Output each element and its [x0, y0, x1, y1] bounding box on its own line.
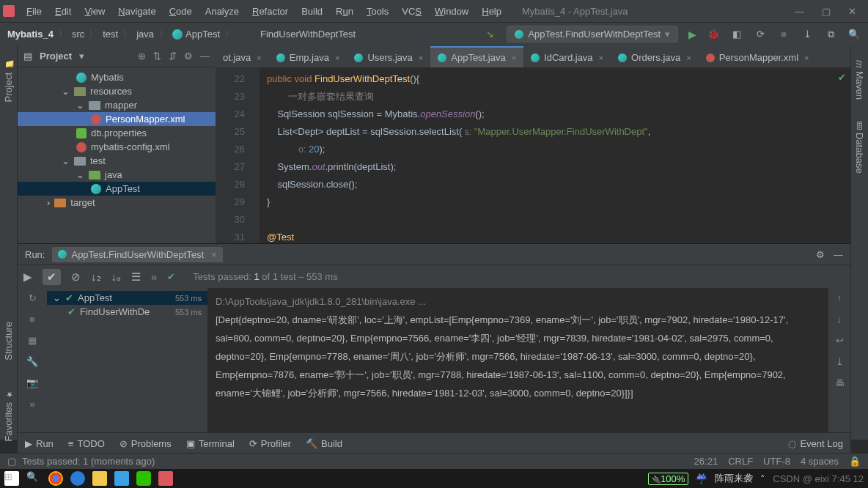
softwrap-icon[interactable]: ↩ — [836, 335, 844, 346]
tree-mapper[interactable]: ⌄mapper — [18, 98, 216, 112]
test-root[interactable]: ⌄✔AppTest553 ms — [47, 291, 207, 305]
tool-database[interactable]: 🗄 Database — [854, 122, 865, 174]
rerun-icon[interactable]: ↻ — [29, 292, 37, 303]
task-explorer-icon[interactable] — [92, 471, 107, 486]
crumb-root[interactable]: Mybatis_4 — [7, 29, 54, 40]
close-icon[interactable]: × — [686, 53, 691, 62]
test-leaf[interactable]: ✔FindUserWithDe553 ms — [47, 305, 207, 319]
debug-icon[interactable]: 🐞 — [707, 28, 720, 41]
print-icon[interactable]: 🖶 — [835, 377, 845, 388]
wrench-icon[interactable]: 🔧 — [26, 356, 38, 367]
tool-structure[interactable]: Structure — [3, 322, 14, 361]
tree-target[interactable]: ›target — [18, 196, 216, 210]
more-icon[interactable]: » — [151, 270, 157, 283]
bottom-profiler[interactable]: ⟳Profiler — [249, 438, 291, 449]
menu-window[interactable]: Window — [429, 3, 474, 20]
select-opened-icon[interactable]: ⊕ — [138, 51, 146, 62]
up-icon[interactable]: ↑ — [837, 292, 842, 303]
menu-view[interactable]: View — [78, 3, 111, 20]
maximize-button[interactable]: ▢ — [822, 6, 831, 17]
tree-mybatisconfig[interactable]: mybatis-config.xml — [18, 140, 216, 154]
tool-project[interactable]: Project📁 — [3, 60, 14, 102]
check-icon[interactable]: ✔ — [43, 269, 61, 285]
run-button[interactable]: ▶ — [688, 29, 696, 40]
status-icon[interactable]: ▢ — [7, 456, 16, 467]
status-indent[interactable]: 4 spaces — [801, 456, 839, 467]
expand-icon[interactable]: ⇅ — [153, 51, 161, 62]
profile-icon[interactable]: ⟳ — [754, 28, 767, 41]
rerun-icon[interactable]: ▶ — [23, 270, 32, 284]
menu-run[interactable]: Run — [330, 3, 359, 20]
menu-build[interactable]: Build — [295, 3, 328, 20]
menu-file[interactable]: File — [21, 3, 48, 20]
sort-icon[interactable]: ↓₂ — [91, 270, 101, 284]
menu-help[interactable]: Help — [476, 3, 507, 20]
minimize-button[interactable]: — — [795, 6, 804, 17]
task-intellij-icon[interactable] — [158, 471, 173, 486]
collapse-icon[interactable]: ⇵ — [169, 51, 177, 62]
task-store-icon[interactable] — [114, 471, 129, 486]
tool-favorites[interactable]: Favorites★ — [3, 390, 14, 441]
stop-icon[interactable]: ■ — [29, 314, 35, 325]
screen-icon[interactable]: ⧉ — [824, 28, 837, 41]
tree-dbprops[interactable]: db.properties — [18, 126, 216, 140]
bottom-eventlog[interactable]: ◌Event Log — [788, 438, 843, 449]
hide-icon[interactable]: — — [834, 249, 843, 260]
status-crlf[interactable]: CRLF — [728, 456, 753, 467]
scroll-icon[interactable]: ⤓ — [836, 356, 844, 367]
console-output[interactable]: D:\AppTools\java_jdk\jdk1.8.0_281\bin\ja… — [208, 288, 828, 432]
tree-resources[interactable]: ⌄resources — [18, 84, 216, 98]
tab-personmapper[interactable]: PersonMapper.xml× — [699, 46, 817, 67]
menu-tools[interactable]: Tools — [361, 3, 394, 20]
task-chrome-icon[interactable] — [48, 471, 63, 486]
more-icon[interactable]: » — [29, 399, 34, 410]
vcs-update-icon[interactable]: ⤓ — [801, 28, 814, 41]
stop-icon[interactable]: ■ — [777, 28, 790, 41]
tree-mybatis[interactable]: Mybatis — [18, 70, 216, 84]
crumb-test[interactable]: test — [103, 29, 118, 40]
lock-icon[interactable]: 🔒 — [849, 456, 861, 467]
code-content[interactable]: public void FindUserWithDeptTest(){ 一对多嵌… — [260, 67, 850, 243]
code-editor[interactable]: 22232425262728293031 public void FindUse… — [216, 67, 850, 243]
close-icon[interactable]: × — [257, 53, 261, 62]
skip-icon[interactable]: ⊘ — [71, 270, 81, 284]
battery-indicator[interactable]: 🔌100% — [648, 473, 688, 485]
close-icon[interactable]: × — [804, 53, 809, 62]
project-title[interactable]: Project — [40, 51, 72, 62]
tab-orders[interactable]: Orders.java× — [611, 46, 699, 67]
sort-alpha-icon[interactable]: ↓ₐ — [111, 270, 122, 284]
coverage-icon[interactable]: ◧ — [730, 28, 743, 41]
gear-icon[interactable]: ⚙ — [184, 51, 193, 62]
build-icon[interactable]: ↘ — [483, 28, 496, 41]
close-icon[interactable]: × — [335, 53, 339, 62]
camera-icon[interactable]: 📷 — [26, 377, 38, 388]
close-icon[interactable]: × — [211, 249, 217, 260]
layout-icon[interactable]: ▦ — [28, 335, 37, 346]
tray-chevron-icon[interactable]: ˄ — [760, 473, 765, 484]
bottom-run[interactable]: ▶Run — [25, 438, 54, 449]
gear-icon[interactable]: ⚙ — [816, 249, 825, 260]
search-icon[interactable]: 🔍 — [847, 28, 861, 41]
down-icon[interactable]: ↓ — [837, 314, 842, 325]
tree-java[interactable]: ⌄java — [18, 168, 216, 182]
menu-navigate[interactable]: Navigate — [112, 3, 161, 20]
task-wechat-icon[interactable] — [136, 471, 151, 486]
tree-test[interactable]: ⌄test — [18, 154, 216, 168]
crumb-java[interactable]: java — [136, 29, 154, 40]
tool-maven[interactable]: m Maven — [854, 60, 865, 100]
search-icon[interactable]: 🔍 — [26, 471, 41, 486]
bottom-todo[interactable]: ≡TODO — [68, 438, 105, 449]
run-config-dropdown[interactable]: AppTest.FindUserWithDeptTest ▾ — [507, 26, 678, 42]
tab-idcard[interactable]: IdCard.java× — [523, 46, 611, 67]
menu-vcs[interactable]: VCS — [396, 3, 427, 20]
task-edge-icon[interactable] — [70, 471, 85, 486]
windows-start-icon[interactable]: ⊞ — [4, 471, 19, 486]
dropdown-icon[interactable]: ▾ — [79, 51, 84, 62]
bottom-terminal[interactable]: ▣Terminal — [186, 438, 235, 449]
tab-ot[interactable]: ot.java× — [216, 46, 269, 67]
tree-apptest[interactable]: AppTest — [18, 182, 216, 196]
close-icon[interactable]: × — [419, 53, 423, 62]
menu-code[interactable]: Code — [163, 3, 198, 20]
menu-edit[interactable]: Edit — [49, 3, 77, 20]
tree-personmapper[interactable]: PersonMapper.xml — [18, 112, 216, 126]
